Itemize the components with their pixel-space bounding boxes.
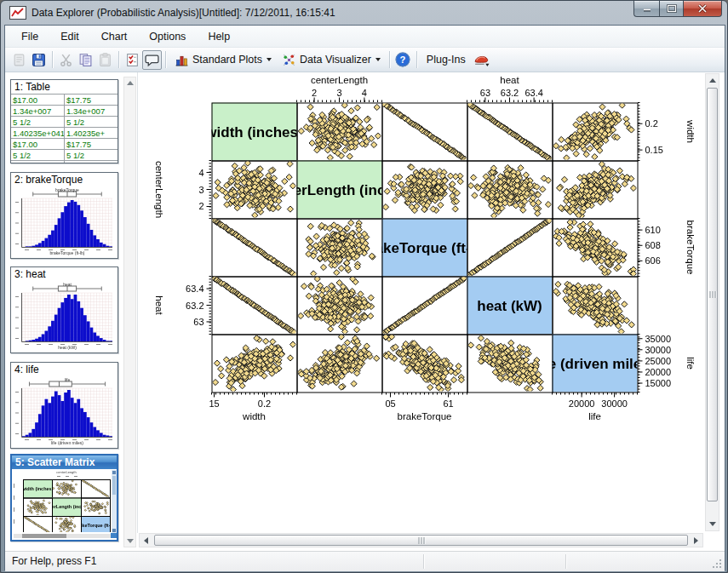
thumbnail-title: 5: Scatter Matrix	[12, 456, 117, 469]
maximize-button[interactable]	[659, 1, 684, 17]
scroll-up-button[interactable]	[706, 74, 719, 87]
copy-button[interactable]	[76, 50, 95, 70]
cut-button[interactable]	[56, 50, 76, 70]
thumbnail-title: 3: heat	[11, 267, 118, 281]
toolbar-separator	[389, 51, 390, 68]
scatter-matrix-canvas[interactable]	[139, 73, 705, 531]
menu-bar: File Edit Chart Options Help	[5, 26, 725, 48]
table-thumb-cell: 5 1/2	[11, 150, 65, 161]
app-window: Data Explorer (Probabilistic Analysis)[U…	[0, 0, 728, 573]
table-thumb-cell: 1.34e+007	[65, 106, 118, 117]
minimize-button[interactable]	[633, 1, 659, 17]
scroll-down-button[interactable]	[706, 518, 719, 530]
scroll-up-icon[interactable]	[127, 81, 134, 85]
thumbnail-scatter-matrix[interactable]: 5: Scatter Matrix	[10, 454, 118, 541]
sidebar-scrollbar[interactable]	[123, 77, 136, 547]
close-button[interactable]	[684, 1, 722, 17]
menu-item-edit[interactable]: Edit	[49, 27, 90, 46]
thumbnail-heat-histogram[interactable]: 3: heat	[10, 266, 118, 353]
help-button[interactable]: ?	[393, 50, 413, 70]
scroll-up-icon	[709, 78, 716, 83]
scatter-matrix-thumbnail-canvas	[12, 470, 117, 538]
scroll-left-button[interactable]	[140, 534, 152, 547]
chevron-down-icon	[375, 58, 381, 61]
scroll-left-icon	[144, 537, 148, 544]
save-icon	[32, 53, 46, 67]
resize-grip-icon[interactable]	[712, 559, 722, 569]
scroll-right-button[interactable]	[690, 534, 702, 547]
title-bar[interactable]: Data Explorer (Probabilistic Analysis)[U…	[1, 1, 727, 25]
data-visualizer-button[interactable]: Data Visualizer	[277, 50, 386, 70]
toolbar-separator	[52, 51, 53, 68]
paste-button[interactable]	[95, 50, 115, 70]
table-thumb-row: $17.00$17.75	[11, 139, 118, 150]
horizontal-scroll-thumb[interactable]	[154, 535, 688, 546]
braketorque-histogram-canvas	[13, 187, 116, 256]
table-thumb-row: $17.00$17.75	[11, 95, 118, 106]
help-icon: ?	[395, 52, 410, 67]
life-histogram-canvas	[13, 377, 116, 446]
thumbnail-life-histogram[interactable]: 4: life	[10, 362, 118, 449]
options-checklist-button[interactable]	[123, 50, 142, 70]
mini-table: $17.00$17.751.34e+0071.34e+0075 1/25 1/2…	[11, 94, 118, 163]
toolbar: Standard Plots Data Visualizer ? Plug-In…	[5, 48, 725, 72]
notebook-icon	[12, 53, 26, 67]
speech-bubble-icon	[145, 53, 159, 67]
window-title: Data Explorer (Probabilistic Analysis)[U…	[32, 7, 335, 19]
table-thumb-cell: 5 1/2	[11, 117, 65, 128]
copy-icon	[78, 53, 93, 67]
standard-plots-button[interactable]: Standard Plots	[169, 50, 277, 70]
menu-item-options[interactable]: Options	[138, 27, 197, 46]
checklist-icon	[125, 53, 140, 67]
table-thumb-row: 1.34e+0071.34e+007	[11, 106, 118, 117]
thumbnail-title: 1: Table	[11, 80, 118, 94]
app-icon	[9, 6, 26, 20]
paste-icon	[98, 53, 112, 67]
table-thumb-cell: $17.75	[65, 95, 118, 106]
new-report-button[interactable]	[9, 50, 29, 70]
menu-item-file[interactable]: File	[10, 27, 49, 46]
plugins-label: Plug-Ins	[421, 54, 472, 66]
plugins-button[interactable]	[472, 50, 491, 70]
table-thumb-row: 5 1/25 1/2	[11, 150, 118, 161]
plugin-hat-icon	[473, 53, 490, 67]
toolbar-separator	[165, 51, 166, 68]
table-thumb-cell: 1.40235e+	[65, 128, 118, 139]
menu-item-help[interactable]: Help	[197, 27, 241, 46]
table-thumb-cell: 5.23	[11, 161, 65, 164]
heat-histogram-canvas	[13, 282, 116, 351]
status-bar: For Help, press F1	[5, 551, 725, 571]
main-horizontal-scrollbar[interactable]	[139, 533, 703, 547]
table-thumb-cell: 1.40235e+041	[11, 128, 65, 139]
status-message: For Help, press F1	[12, 555, 96, 567]
scroll-down-icon	[709, 522, 716, 526]
toolbar-separator	[118, 51, 119, 68]
thumbnail-braketorque-histogram[interactable]: 2: brakeTorque	[10, 172, 118, 259]
table-thumb-cell: 1.34e+007	[11, 106, 65, 117]
table-thumb-cell: $17.00	[11, 95, 65, 106]
table-thumb-row: 5 1/25 1/2	[11, 117, 118, 128]
save-button[interactable]	[29, 50, 49, 70]
vertical-scroll-thumb[interactable]	[707, 88, 718, 501]
table-thumb-cell: 5 1/2	[65, 150, 118, 161]
table-thumb-cell: 5.23	[65, 161, 118, 164]
data-visualizer-icon	[282, 53, 296, 67]
table-thumb-row: 5.235.23	[11, 161, 118, 164]
comment-toggle-button[interactable]	[142, 50, 162, 70]
table-thumb-cell: $17.75	[65, 139, 118, 150]
chart-document-area	[137, 72, 705, 533]
thumbnail-title: 2: brakeTorque	[11, 173, 118, 186]
thumbnail-table[interactable]: 1: Table $17.00$17.751.34e+0071.34e+0075…	[10, 79, 118, 163]
scroll-down-icon[interactable]	[127, 539, 134, 543]
table-thumb-row: 1.40235e+0411.40235e+	[11, 128, 118, 139]
table-thumb-cell: 5 1/2	[65, 117, 118, 128]
status-divider	[565, 554, 566, 569]
bar-chart-icon	[175, 53, 189, 67]
svg-text:?: ?	[400, 54, 406, 65]
chevron-down-icon	[267, 58, 272, 61]
main-vertical-scrollbar[interactable]	[705, 73, 719, 531]
scissors-icon	[59, 53, 73, 67]
toolbar-separator	[416, 51, 417, 68]
table-thumb-cell: $17.00	[11, 139, 65, 150]
menu-item-chart[interactable]: Chart	[90, 27, 139, 46]
